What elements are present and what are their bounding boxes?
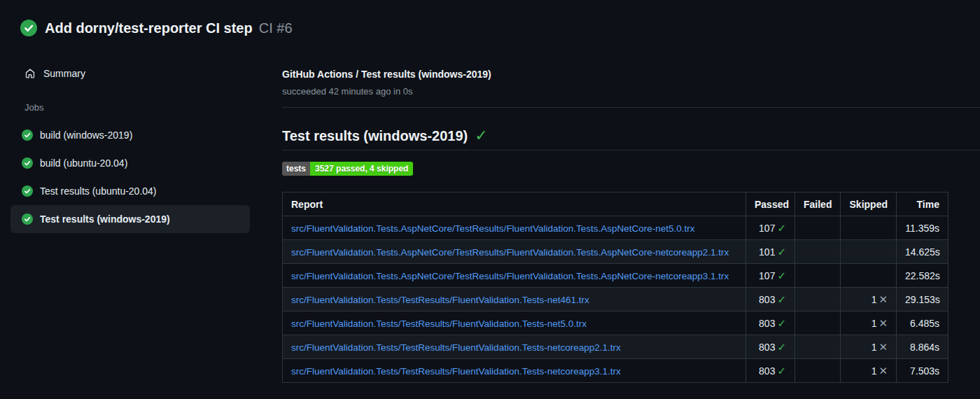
time-cell: 22.582s [897,264,948,288]
check-icon: ✓ [777,293,786,305]
failed-cell [795,216,841,240]
failed-cell [795,288,841,312]
skipped-cell [841,240,897,264]
time-cell: 11.359s [897,216,948,240]
check-circle-icon [22,214,33,225]
results-table: Report Passed Failed Skipped Time src/Fl… [282,192,948,383]
job-label: Test results (windows-2019) [40,214,170,225]
table-row: src/FluentValidation.Tests/TestResults/F… [283,359,948,383]
main-panel: GitHub Actions / Test results (windows-2… [272,63,980,383]
check-icon: ✓ [777,270,786,281]
run-title: Add dorny/test-reporter CI step [45,20,253,36]
report-link[interactable]: src/FluentValidation.Tests/TestResults/F… [291,366,621,377]
divider [282,107,980,108]
run-number: CI #6 [259,20,293,36]
skipped-cell [841,264,897,288]
x-icon: ✕ [878,365,888,377]
check-icon: ✓ [475,128,487,144]
report-link[interactable]: src/FluentValidation.Tests.AspNetCore/Te… [291,223,695,234]
column-report: Report [283,192,746,216]
divider [282,150,980,150]
report-link[interactable]: src/FluentValidation.Tests/TestResults/F… [291,318,587,329]
check-icon: ✓ [777,365,786,377]
x-icon: ✕ [878,341,888,353]
sidebar-item-job-build-ubuntu[interactable]: build (ubuntu-20.04) [10,149,250,177]
table-row: src/FluentValidation.Tests.AspNetCore/Te… [283,216,948,240]
failed-cell [795,312,841,335]
passed-count: 101 [759,246,775,258]
x-icon: ✕ [878,317,888,329]
check-circle-icon [22,158,33,169]
badge-label: tests [282,162,310,176]
failed-cell [795,359,841,383]
section-title: Test results (windows-2019) [282,126,468,146]
column-time: Time [897,192,948,216]
failed-cell [795,240,841,264]
sidebar-item-summary[interactable]: Summary [10,63,272,84]
sidebar: Summary Jobs build (windows-2019) build … [0,63,272,383]
table-header-row: Report Passed Failed Skipped Time [283,192,948,216]
job-label: build (windows-2019) [40,130,132,141]
table-row: src/FluentValidation.Tests/TestResults/F… [283,288,948,312]
passed-count: 803 [759,294,775,305]
skipped-cell [841,216,897,240]
table-row: src/FluentValidation.Tests.AspNetCore/Te… [283,264,948,288]
passed-count: 107 [759,223,775,234]
jobs-section-label: Jobs [24,102,272,113]
skipped-count: 1 [872,342,877,353]
time-cell: 6.485s [897,312,948,335]
report-link[interactable]: src/FluentValidation.Tests/TestResults/F… [291,342,621,353]
check-run-title: GitHub Actions / Test results (windows-2… [282,69,980,80]
check-icon: ✓ [777,341,786,353]
passed-count: 803 [759,365,775,377]
sidebar-item-job-build-windows[interactable]: build (windows-2019) [10,121,250,149]
check-circle-icon [22,130,33,141]
report-link[interactable]: src/FluentValidation.Tests/TestResults/F… [291,295,589,305]
job-label: build (ubuntu-20.04) [40,158,127,169]
skipped-count: 1 [872,318,877,329]
passed-count: 803 [759,318,775,329]
failed-cell [795,335,841,359]
report-link[interactable]: src/FluentValidation.Tests.AspNetCore/Te… [291,271,729,281]
time-cell: 8.864s [897,335,948,359]
failed-cell [795,264,841,288]
skipped-count: 1 [872,365,877,377]
job-label: Test results (ubuntu-20.04) [40,186,157,197]
x-icon: ✕ [878,293,888,305]
column-skipped: Skipped [841,192,897,216]
sidebar-summary-label: Summary [43,68,85,79]
column-failed: Failed [795,192,841,216]
run-header: Add dorny/test-reporter CI step CI #6 [0,0,980,36]
check-run-status: succeeded 42 minutes ago in 0s [282,85,980,97]
check-circle-icon [20,20,37,36]
tests-badge: tests 3527 passed, 4 skipped [282,162,413,176]
home-icon [24,68,36,79]
sidebar-item-job-testresults-windows[interactable]: Test results (windows-2019) [10,205,250,233]
passed-count: 107 [759,270,775,281]
time-cell: 29.153s [897,288,948,312]
check-circle-icon [22,186,33,197]
check-icon: ✓ [777,222,786,234]
check-icon: ✓ [777,246,786,258]
skipped-count: 1 [872,294,877,305]
check-icon: ✓ [777,317,786,329]
table-row: src/FluentValidation.Tests/TestResults/F… [283,312,948,335]
column-passed: Passed [746,192,795,216]
sidebar-item-job-testresults-ubuntu[interactable]: Test results (ubuntu-20.04) [10,177,250,205]
report-link[interactable]: src/FluentValidation.Tests.AspNetCore/Te… [291,247,729,258]
badge-value: 3527 passed, 4 skipped [310,162,413,176]
table-row: src/FluentValidation.Tests.AspNetCore/Te… [283,240,948,264]
passed-count: 803 [759,342,775,353]
time-cell: 7.503s [897,359,948,383]
time-cell: 14.625s [897,240,948,264]
table-row: src/FluentValidation.Tests/TestResults/F… [283,335,948,359]
